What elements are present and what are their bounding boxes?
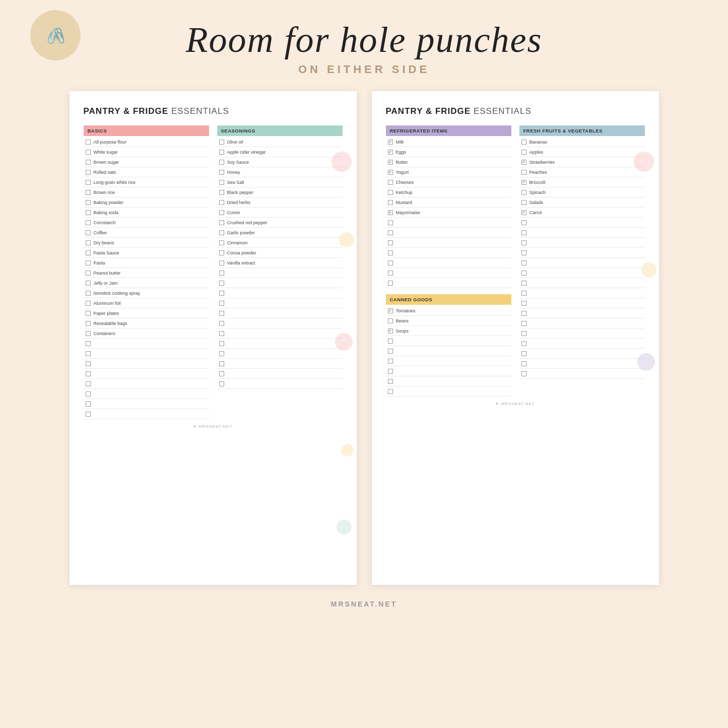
checkbox[interactable] bbox=[86, 291, 91, 296]
list-item: Nonstick cooking spray bbox=[84, 288, 209, 298]
page-1: PANTRY & FRIDGE ESSENTIALS BASICS All-pu… bbox=[70, 91, 357, 585]
checkbox[interactable]: ✓ bbox=[521, 160, 526, 165]
checkbox[interactable] bbox=[521, 170, 526, 175]
empty-item bbox=[217, 288, 343, 298]
checkbox[interactable] bbox=[219, 160, 224, 165]
list-item: All-purpose flour bbox=[84, 137, 209, 147]
page1-columns: BASICS All-purpose flour White sugar Bro… bbox=[84, 125, 343, 419]
checkbox[interactable] bbox=[219, 200, 224, 205]
list-item: Beans bbox=[386, 316, 511, 326]
list-item: Coffee bbox=[84, 228, 209, 238]
list-item: Salads bbox=[519, 197, 645, 208]
empty-item bbox=[386, 228, 511, 238]
empty-item bbox=[386, 218, 511, 228]
checkbox[interactable] bbox=[521, 190, 526, 195]
checkbox[interactable] bbox=[86, 230, 91, 235]
checkbox[interactable]: ✓ bbox=[388, 328, 393, 334]
seasonings-list: Olive oil Apple cider vinegar Soy Sauce … bbox=[217, 137, 343, 389]
page2-title: PANTRY & FRIDGE ESSENTIALS bbox=[386, 106, 645, 116]
checkbox[interactable] bbox=[219, 250, 224, 255]
refrigerated-header: REFRIGERATED ITEMS bbox=[386, 125, 511, 136]
checkbox[interactable] bbox=[86, 200, 91, 205]
checkbox[interactable] bbox=[219, 230, 224, 235]
checkbox[interactable] bbox=[86, 271, 91, 276]
list-item: Jelly or Jam bbox=[84, 278, 209, 288]
page2-right-column: FRESH FRUITS & VEGETABLES Bananas Apples… bbox=[519, 125, 645, 396]
empty-item bbox=[84, 349, 209, 359]
checkbox[interactable]: ✓ bbox=[388, 210, 393, 215]
list-item: Olive oil bbox=[217, 137, 343, 147]
empty-item bbox=[519, 248, 645, 258]
list-item: Long-grain white rice bbox=[84, 177, 209, 187]
dot-7 bbox=[641, 262, 656, 278]
list-item: ✓Milk bbox=[386, 137, 511, 147]
list-item: Resealable bags bbox=[84, 318, 209, 328]
checkbox[interactable]: ✓ bbox=[388, 140, 393, 145]
empty-item bbox=[519, 228, 645, 238]
checkbox[interactable]: ✓ bbox=[388, 150, 393, 155]
list-item: Cheeses bbox=[386, 177, 511, 187]
checkbox[interactable] bbox=[388, 318, 393, 323]
list-item: ✓Eggs bbox=[386, 147, 511, 157]
list-item: Brown rice bbox=[84, 187, 209, 197]
dot-6 bbox=[634, 152, 654, 172]
checkbox[interactable] bbox=[86, 210, 91, 215]
list-item: Rolled oats bbox=[84, 167, 209, 177]
checkbox[interactable] bbox=[521, 150, 526, 155]
empty-item bbox=[217, 308, 343, 318]
page-header: 🖇️ Room for hole punches ON EITHER SIDE bbox=[30, 20, 698, 76]
empty-item bbox=[84, 379, 209, 389]
checkbox[interactable] bbox=[219, 170, 224, 175]
empty-item bbox=[519, 288, 645, 298]
list-item: Crushed red pepper bbox=[217, 218, 343, 228]
checkbox[interactable] bbox=[219, 220, 224, 225]
checkbox[interactable] bbox=[86, 281, 91, 286]
list-item: Cornstarch bbox=[84, 218, 209, 228]
checkbox[interactable] bbox=[219, 180, 224, 185]
list-item: Mustard bbox=[386, 197, 511, 208]
checkbox[interactable] bbox=[86, 311, 91, 316]
checkbox[interactable]: ✓ bbox=[388, 170, 393, 175]
list-item: Peaches bbox=[519, 167, 645, 177]
checkbox[interactable] bbox=[86, 331, 91, 336]
checkbox[interactable] bbox=[219, 210, 224, 215]
checkbox[interactable] bbox=[86, 250, 91, 255]
checkbox[interactable] bbox=[86, 180, 91, 185]
empty-item bbox=[217, 318, 343, 328]
checkbox[interactable] bbox=[388, 180, 393, 185]
checkbox[interactable]: ✓ bbox=[388, 308, 393, 313]
checkbox[interactable] bbox=[86, 170, 91, 175]
checkbox[interactable] bbox=[521, 140, 526, 145]
checkbox[interactable] bbox=[219, 190, 224, 195]
checkbox[interactable] bbox=[219, 150, 224, 155]
checkbox[interactable]: ✓ bbox=[521, 210, 526, 215]
checkbox[interactable] bbox=[86, 220, 91, 225]
checkbox[interactable] bbox=[86, 301, 91, 306]
checkbox[interactable] bbox=[521, 200, 526, 205]
empty-item bbox=[84, 339, 209, 349]
checkbox[interactable]: ✓ bbox=[521, 180, 526, 185]
checkbox[interactable] bbox=[86, 321, 91, 326]
checkbox[interactable] bbox=[86, 240, 91, 245]
checkbox[interactable]: ✓ bbox=[388, 160, 393, 165]
checkbox[interactable] bbox=[388, 200, 393, 205]
list-item: Containers bbox=[84, 328, 209, 339]
list-item: Aluminum foil bbox=[84, 298, 209, 308]
page2-columns: REFRIGERATED ITEMS ✓Milk ✓Eggs ✓Butter ✓… bbox=[386, 125, 645, 396]
checkbox[interactable] bbox=[86, 140, 91, 145]
checkbox[interactable] bbox=[86, 160, 91, 165]
checkbox[interactable] bbox=[86, 150, 91, 155]
checkbox[interactable] bbox=[219, 140, 224, 145]
checkbox[interactable] bbox=[86, 260, 91, 266]
dot-1 bbox=[332, 152, 352, 172]
checkbox[interactable] bbox=[86, 190, 91, 195]
checkbox[interactable] bbox=[219, 260, 224, 266]
empty-item bbox=[519, 278, 645, 288]
list-item: Apples bbox=[519, 147, 645, 157]
checkbox[interactable] bbox=[219, 240, 224, 245]
list-item: Paper plates bbox=[84, 308, 209, 318]
empty-item bbox=[519, 258, 645, 268]
list-item: ✓Broccoli bbox=[519, 177, 645, 187]
checkbox[interactable] bbox=[388, 190, 393, 195]
empty-item bbox=[217, 278, 343, 288]
